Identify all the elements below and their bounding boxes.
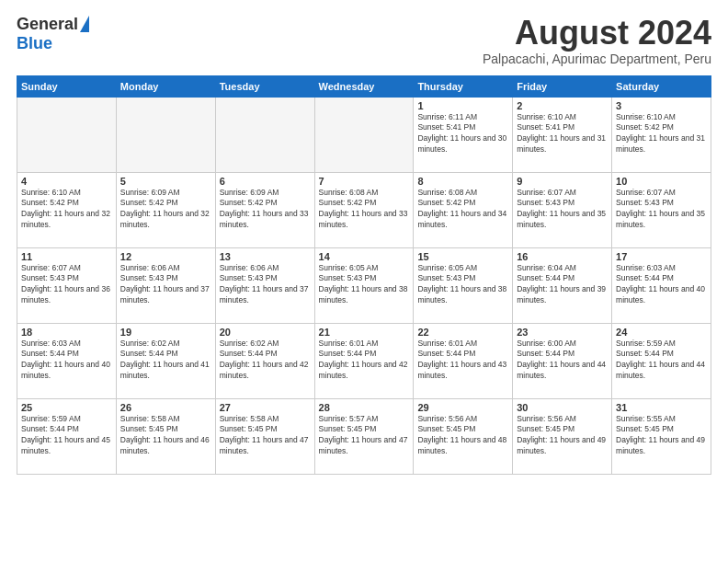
- calendar-cell: [215, 97, 314, 172]
- calendar-cell: 10 Sunrise: 6:07 AM Sunset: 5:43 PM Dayl…: [612, 172, 711, 247]
- day-info: Sunrise: 6:01 AM Sunset: 5:44 PM Dayligh…: [319, 339, 410, 383]
- location-title: Palpacachi, Apurimac Department, Peru: [483, 52, 711, 66]
- day-number: 1: [417, 100, 508, 111]
- day-number: 9: [517, 176, 608, 187]
- calendar-cell: 19 Sunrise: 6:02 AM Sunset: 5:44 PM Dayl…: [116, 323, 215, 398]
- calendar-cell: 24 Sunrise: 5:59 AM Sunset: 5:44 PM Dayl…: [612, 323, 711, 398]
- title-block: August 2024 Palpacachi, Apurimac Departm…: [483, 15, 711, 66]
- day-info: Sunrise: 6:05 AM Sunset: 5:43 PM Dayligh…: [319, 263, 410, 307]
- calendar-week-row: 18 Sunrise: 6:03 AM Sunset: 5:44 PM Dayl…: [17, 323, 711, 398]
- day-info: Sunrise: 6:06 AM Sunset: 5:43 PM Dayligh…: [120, 263, 211, 307]
- day-info: Sunrise: 5:56 AM Sunset: 5:45 PM Dayligh…: [517, 414, 608, 458]
- day-info: Sunrise: 5:59 AM Sunset: 5:44 PM Dayligh…: [21, 414, 112, 458]
- calendar-header-saturday: Saturday: [612, 75, 711, 97]
- calendar-cell: 11 Sunrise: 6:07 AM Sunset: 5:43 PM Dayl…: [17, 247, 117, 323]
- day-info: Sunrise: 6:09 AM Sunset: 5:42 PM Dayligh…: [220, 188, 311, 232]
- day-info: Sunrise: 6:09 AM Sunset: 5:42 PM Dayligh…: [120, 188, 211, 232]
- day-number: 20: [220, 327, 311, 338]
- calendar-cell: 31 Sunrise: 5:55 AM Sunset: 5:45 PM Dayl…: [612, 398, 711, 474]
- logo-triangle-icon: [80, 16, 89, 32]
- day-number: 6: [220, 176, 311, 187]
- calendar-cell: [116, 97, 215, 172]
- calendar-cell: [314, 97, 414, 172]
- day-number: 13: [220, 251, 311, 262]
- day-number: 27: [220, 402, 311, 413]
- day-number: 21: [319, 327, 410, 338]
- calendar-cell: [17, 97, 117, 172]
- day-info: Sunrise: 6:02 AM Sunset: 5:44 PM Dayligh…: [220, 339, 311, 383]
- day-info: Sunrise: 5:55 AM Sunset: 5:45 PM Dayligh…: [616, 414, 707, 458]
- day-number: 17: [616, 251, 707, 262]
- day-number: 8: [417, 176, 508, 187]
- calendar-header-thursday: Thursday: [414, 75, 513, 97]
- day-info: Sunrise: 6:08 AM Sunset: 5:42 PM Dayligh…: [417, 188, 508, 232]
- day-number: 22: [417, 327, 508, 338]
- calendar-cell: 23 Sunrise: 6:00 AM Sunset: 5:44 PM Dayl…: [513, 323, 612, 398]
- day-info: Sunrise: 6:05 AM Sunset: 5:43 PM Dayligh…: [417, 263, 508, 307]
- day-number: 24: [616, 327, 707, 338]
- calendar-cell: 13 Sunrise: 6:06 AM Sunset: 5:43 PM Dayl…: [215, 247, 314, 323]
- day-number: 4: [21, 176, 112, 187]
- day-number: 23: [517, 327, 608, 338]
- day-number: 7: [319, 176, 410, 187]
- calendar-cell: 22 Sunrise: 6:01 AM Sunset: 5:44 PM Dayl…: [414, 323, 513, 398]
- day-info: Sunrise: 6:03 AM Sunset: 5:44 PM Dayligh…: [21, 339, 112, 383]
- logo: General Blue: [17, 15, 89, 53]
- page: General Blue August 2024 Palpacachi, Apu…: [0, 0, 728, 563]
- day-number: 28: [319, 402, 410, 413]
- day-info: Sunrise: 6:10 AM Sunset: 5:42 PM Dayligh…: [616, 112, 707, 156]
- day-number: 18: [21, 327, 112, 338]
- calendar-cell: 1 Sunrise: 6:11 AM Sunset: 5:41 PM Dayli…: [414, 97, 513, 172]
- calendar: SundayMondayTuesdayWednesdayThursdayFrid…: [17, 75, 711, 475]
- day-info: Sunrise: 6:08 AM Sunset: 5:42 PM Dayligh…: [319, 188, 410, 232]
- calendar-header-tuesday: Tuesday: [215, 75, 314, 97]
- day-info: Sunrise: 5:56 AM Sunset: 5:45 PM Dayligh…: [417, 414, 508, 458]
- calendar-cell: 12 Sunrise: 6:06 AM Sunset: 5:43 PM Dayl…: [116, 247, 215, 323]
- day-info: Sunrise: 6:07 AM Sunset: 5:43 PM Dayligh…: [616, 188, 707, 232]
- calendar-cell: 26 Sunrise: 5:58 AM Sunset: 5:45 PM Dayl…: [116, 398, 215, 474]
- calendar-header-row: SundayMondayTuesdayWednesdayThursdayFrid…: [17, 75, 711, 97]
- calendar-cell: 30 Sunrise: 5:56 AM Sunset: 5:45 PM Dayl…: [513, 398, 612, 474]
- day-info: Sunrise: 6:01 AM Sunset: 5:44 PM Dayligh…: [417, 339, 508, 383]
- day-info: Sunrise: 6:10 AM Sunset: 5:42 PM Dayligh…: [21, 188, 112, 232]
- calendar-header-monday: Monday: [116, 75, 215, 97]
- day-info: Sunrise: 5:59 AM Sunset: 5:44 PM Dayligh…: [616, 339, 707, 383]
- logo-general-text: General: [17, 15, 78, 34]
- calendar-header-friday: Friday: [513, 75, 612, 97]
- day-number: 25: [21, 402, 112, 413]
- day-info: Sunrise: 6:06 AM Sunset: 5:43 PM Dayligh…: [220, 263, 311, 307]
- day-info: Sunrise: 5:58 AM Sunset: 5:45 PM Dayligh…: [120, 414, 211, 458]
- day-number: 3: [616, 100, 707, 111]
- calendar-cell: 29 Sunrise: 5:56 AM Sunset: 5:45 PM Dayl…: [414, 398, 513, 474]
- calendar-cell: 8 Sunrise: 6:08 AM Sunset: 5:42 PM Dayli…: [414, 172, 513, 247]
- calendar-cell: 18 Sunrise: 6:03 AM Sunset: 5:44 PM Dayl…: [17, 323, 117, 398]
- day-number: 19: [120, 327, 211, 338]
- day-number: 15: [417, 251, 508, 262]
- calendar-header-wednesday: Wednesday: [314, 75, 414, 97]
- calendar-cell: 4 Sunrise: 6:10 AM Sunset: 5:42 PM Dayli…: [17, 172, 117, 247]
- day-number: 30: [517, 402, 608, 413]
- calendar-header-sunday: Sunday: [17, 75, 117, 97]
- day-info: Sunrise: 6:11 AM Sunset: 5:41 PM Dayligh…: [417, 112, 508, 156]
- calendar-cell: 3 Sunrise: 6:10 AM Sunset: 5:42 PM Dayli…: [612, 97, 711, 172]
- day-info: Sunrise: 6:02 AM Sunset: 5:44 PM Dayligh…: [120, 339, 211, 383]
- day-info: Sunrise: 6:10 AM Sunset: 5:41 PM Dayligh…: [517, 112, 608, 156]
- calendar-cell: 20 Sunrise: 6:02 AM Sunset: 5:44 PM Dayl…: [215, 323, 314, 398]
- calendar-cell: 17 Sunrise: 6:03 AM Sunset: 5:44 PM Dayl…: [612, 247, 711, 323]
- calendar-week-row: 11 Sunrise: 6:07 AM Sunset: 5:43 PM Dayl…: [17, 247, 711, 323]
- day-number: 2: [517, 100, 608, 111]
- day-info: Sunrise: 6:03 AM Sunset: 5:44 PM Dayligh…: [616, 263, 707, 307]
- day-number: 31: [616, 402, 707, 413]
- calendar-cell: 9 Sunrise: 6:07 AM Sunset: 5:43 PM Dayli…: [513, 172, 612, 247]
- day-number: 16: [517, 251, 608, 262]
- day-number: 5: [120, 176, 211, 187]
- calendar-cell: 28 Sunrise: 5:57 AM Sunset: 5:45 PM Dayl…: [314, 398, 414, 474]
- calendar-cell: 5 Sunrise: 6:09 AM Sunset: 5:42 PM Dayli…: [116, 172, 215, 247]
- calendar-week-row: 4 Sunrise: 6:10 AM Sunset: 5:42 PM Dayli…: [17, 172, 711, 247]
- calendar-cell: 7 Sunrise: 6:08 AM Sunset: 5:42 PM Dayli…: [314, 172, 414, 247]
- month-title: August 2024: [483, 15, 711, 52]
- day-number: 11: [21, 251, 112, 262]
- calendar-cell: 16 Sunrise: 6:04 AM Sunset: 5:44 PM Dayl…: [513, 247, 612, 323]
- calendar-cell: 27 Sunrise: 5:58 AM Sunset: 5:45 PM Dayl…: [215, 398, 314, 474]
- calendar-week-row: 25 Sunrise: 5:59 AM Sunset: 5:44 PM Dayl…: [17, 398, 711, 474]
